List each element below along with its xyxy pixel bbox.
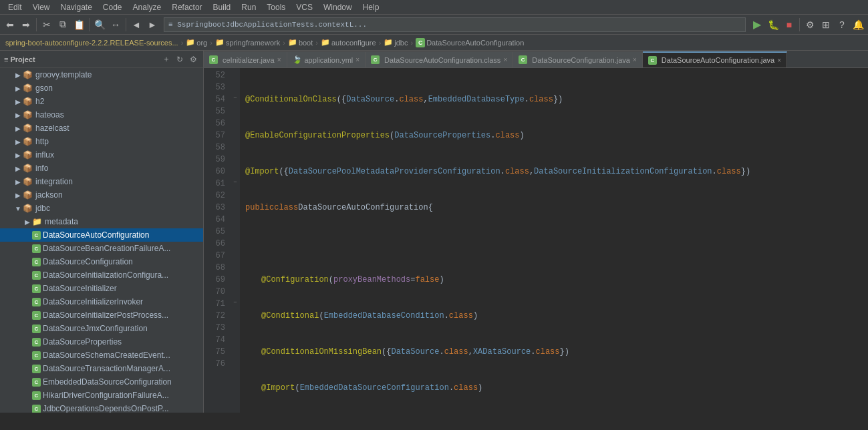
tree-item-http[interactable]: ▶ 📦 http [0, 135, 203, 148]
menu-refactor[interactable]: Refactor [166, 0, 207, 14]
menu-vcs[interactable]: VCS [291, 0, 318, 14]
gutter-74 [231, 333, 240, 345]
nav-next-button[interactable]: ► [145, 17, 160, 32]
tree-item-datasourceauto[interactable]: C DataSourceAutoConfiguration [0, 228, 203, 242]
forward-button[interactable]: ➡ [19, 17, 33, 32]
tree-item-datasourceprops[interactable]: C DataSourceProperties [0, 335, 203, 349]
tree-item-hateoas[interactable]: ▶ 📦 hateoas [0, 108, 203, 122]
gutter-57 [231, 128, 240, 140]
class-icon-datasourceconfig: C [32, 258, 41, 266]
tab-applicationyml[interactable]: 🍃 application.yml × [287, 51, 366, 67]
search-button[interactable]: 🔍 [92, 17, 107, 32]
sidebar-settings-btn[interactable]: ⚙ [187, 53, 199, 65]
tree-arrow-jackson: ▶ [13, 192, 23, 199]
breadcrumb-class[interactable]: DataSourceAutoConfiguration [426, 39, 524, 47]
breadcrumb-folder-icon-5: 📁 [384, 38, 393, 47]
menu-tools[interactable]: Tools [261, 0, 291, 14]
tree-item-embeddedds[interactable]: C EmbeddedDataSourceConfiguration [0, 375, 203, 389]
folder-icon-info: 📦 [23, 164, 33, 173]
tree-item-datasourceinitinvoker[interactable]: C DataSourceInitializerInvoker [0, 295, 203, 308]
tree-label-datasourcetxmgr: DataSourceTransactionManagerA... [43, 364, 170, 373]
help-icon-button[interactable]: ? [835, 17, 849, 32]
tab-close-datasourceautojava[interactable]: × [777, 57, 781, 64]
tree-item-info[interactable]: ▶ 📦 info [0, 162, 203, 175]
menu-code[interactable]: Code [98, 0, 128, 14]
breadcrumb-autoconfigure[interactable]: autoconfigure [331, 39, 376, 47]
menu-analyze[interactable]: Analyze [128, 0, 167, 14]
breadcrumb-springframework[interactable]: springframework [226, 39, 280, 47]
tree-item-datasourcebean[interactable]: C DataSourceBeanCreationFailureA... [0, 242, 203, 255]
tree-item-hazelcast[interactable]: ▶ 📦 hazelcast [0, 122, 203, 135]
tab-datasourceautojava[interactable]: C DataSourceAutoConfiguration.java × [643, 51, 787, 67]
tab-close-datasourceconfigjava[interactable]: × [633, 56, 637, 63]
debug-button[interactable]: 🐛 [766, 17, 780, 32]
run-button[interactable]: ▶ [750, 17, 764, 32]
tree-item-datasourceinitializer[interactable]: C DataSourceInitializer [0, 282, 203, 295]
tab-ceinitializer[interactable]: C ceInitializer.java × [204, 51, 287, 67]
breadcrumb-sep-0: › [181, 39, 184, 47]
tree-item-gson[interactable]: ▶ 📦 gson [0, 81, 203, 95]
tab-icon-datasourceautoclass: C [371, 55, 380, 64]
terminal-button[interactable]: ⊞ [819, 17, 833, 32]
tree-item-influx[interactable]: ▶ 📦 influx [0, 148, 203, 162]
tree-item-jackson[interactable]: ▶ 📦 jackson [0, 188, 203, 202]
tab-close-datasourceautoclass[interactable]: × [503, 56, 507, 63]
tab-icon-yml: 🍃 [293, 55, 302, 64]
tab-datasourceconfigjava[interactable]: C DataSourceConfiguration.java × [513, 51, 643, 67]
tree-label-datasourceschema: DataSourceSchemaCreatedEvent... [43, 351, 170, 360]
tab-label-datasourceconfigjava: DataSourceConfiguration.java [532, 56, 630, 64]
code-line-60: @Import(EmbeddedDataSourceConfiguration.… [245, 382, 863, 394]
tree-item-hikari[interactable]: C HikariDriverConfigurationFailureA... [0, 389, 203, 402]
cut-button[interactable]: ✂ [39, 17, 54, 32]
menu-build[interactable]: Build [208, 0, 237, 14]
tree-item-h2[interactable]: ▶ 📦 h2 [0, 95, 203, 108]
menu-navigate[interactable]: Navigate [55, 0, 97, 14]
tree-item-datasourceschema[interactable]: C DataSourceSchemaCreatedEvent... [0, 349, 203, 362]
sidebar-add-btn[interactable]: + [160, 53, 172, 65]
code-content[interactable]: @ConditionalOnClass({ DataSource.class, … [240, 68, 868, 413]
tree-item-datasourceconfig[interactable]: C DataSourceConfiguration [0, 255, 203, 268]
class-icon-datasourceinitinvoker: C [32, 298, 41, 306]
tree-item-datasourcejmx[interactable]: C DataSourceJmxConfiguration [0, 322, 203, 335]
tree-item-integration[interactable]: ▶ 📦 integration [0, 175, 203, 188]
breadcrumb-org[interactable]: org [196, 39, 207, 47]
tree-item-jdbc[interactable]: ▼ 📦 jdbc [0, 202, 203, 215]
gutter-65 [231, 224, 240, 236]
paste-button[interactable]: 📋 [71, 17, 86, 32]
replace-button[interactable]: ↔ [108, 17, 123, 32]
tree-item-datasourceinitpost[interactable]: C DataSourceInitializerPostProcess... [0, 308, 203, 322]
menu-edit[interactable]: Edit [3, 0, 27, 14]
tree-item-metadata[interactable]: ▶ 📁 metadata [0, 215, 203, 228]
tab-close-ceinitializer[interactable]: × [277, 56, 281, 63]
tree-arrow-hateoas: ▶ [13, 112, 23, 119]
notification-button[interactable]: 🔔 [851, 17, 865, 32]
tree-label-hikari: HikariDriverConfigurationFailureA... [43, 391, 169, 400]
sidebar-tree: ▶ 📦 groovy.template ▶ 📦 gson ▶ 📦 h2 ▶ 📦 [0, 68, 203, 413]
tree-item-datasourcetxmgr[interactable]: C DataSourceTransactionManagerA... [0, 362, 203, 375]
toolbar-path[interactable]: ≡ SspringbootJdbcApplicationTests.contex… [164, 17, 746, 32]
breadcrumb-jdbc[interactable]: jdbc [394, 39, 408, 47]
settings-button[interactable]: ⚙ [803, 17, 817, 32]
menu-help[interactable]: Help [357, 0, 385, 14]
nav-prev-button[interactable]: ◄ [129, 17, 144, 32]
menu-window[interactable]: Window [318, 0, 357, 14]
folder-icon-h2: 📦 [23, 97, 33, 106]
gutter-71[interactable]: − [231, 296, 240, 308]
breadcrumb-boot[interactable]: boot [299, 39, 313, 47]
back-button[interactable]: ⬅ [3, 17, 17, 32]
code-editor[interactable]: 52 53 54 55 56 57 58 59 60 61 62 63 64 6… [204, 68, 868, 413]
gutter-54[interactable]: − [231, 92, 240, 104]
tree-item-jdbcops[interactable]: C JdbcOperationsDependsOnPostP... [0, 402, 203, 413]
tree-item-datasourceinit[interactable]: C DataSourceInitializationConfigura... [0, 268, 203, 282]
menu-run[interactable]: Run [236, 0, 261, 14]
tree-item-groovy[interactable]: ▶ 📦 groovy.template [0, 68, 203, 81]
tree-label-metadata: metadata [45, 217, 78, 226]
sidebar-sync-btn[interactable]: ↻ [174, 53, 186, 65]
tab-close-applicationyml[interactable]: × [355, 56, 359, 63]
toolbar-sep-4 [799, 18, 800, 31]
stop-button[interactable]: ■ [782, 17, 797, 32]
menu-view[interactable]: View [27, 0, 55, 14]
copy-button[interactable]: ⧉ [55, 17, 70, 32]
tab-datasourceautoclass[interactable]: C DataSourceAutoConfiguration.class × [366, 51, 513, 67]
gutter-61[interactable]: − [231, 176, 240, 188]
